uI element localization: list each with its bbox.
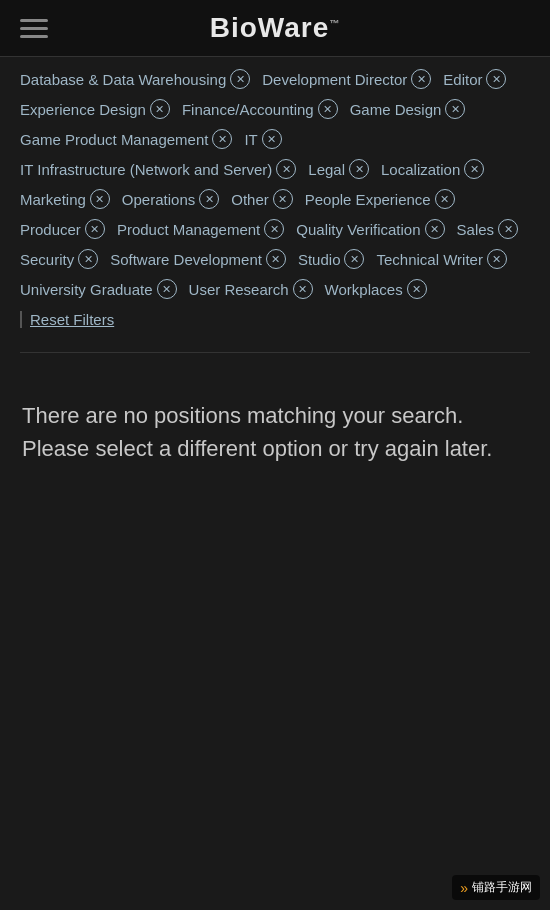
tag-workplaces-remove-btn[interactable]: ✕ [407, 279, 427, 299]
divider [20, 352, 530, 353]
tag-database-label: Database & Data Warehousing [20, 71, 226, 88]
tag-uni-grad-label: University Graduate [20, 281, 153, 298]
filters-tag-list: Database & Data Warehousing✕Development … [20, 69, 530, 299]
tag-sw-dev-label: Software Development [110, 251, 262, 268]
tag-sw-dev-remove-btn[interactable]: ✕ [266, 249, 286, 269]
tag-editor-label: Editor [443, 71, 482, 88]
tag-sw-dev[interactable]: Software Development✕ [110, 249, 286, 269]
tag-tech-writer[interactable]: Technical Writer✕ [376, 249, 506, 269]
tag-studio-label: Studio [298, 251, 341, 268]
tag-workplaces[interactable]: Workplaces✕ [325, 279, 427, 299]
tag-marketing[interactable]: Marketing✕ [20, 189, 110, 209]
tag-other[interactable]: Other✕ [231, 189, 293, 209]
tag-uni-grad-remove-btn[interactable]: ✕ [157, 279, 177, 299]
watermark-label: 铺路手游网 [472, 879, 532, 896]
watermark: » 铺路手游网 [452, 875, 540, 900]
tag-database[interactable]: Database & Data Warehousing✕ [20, 69, 250, 89]
hamburger-menu-button[interactable] [20, 19, 48, 38]
tag-producer-remove-btn[interactable]: ✕ [85, 219, 105, 239]
tag-editor[interactable]: Editor✕ [443, 69, 506, 89]
tag-legal-remove-btn[interactable]: ✕ [349, 159, 369, 179]
tag-user-research-label: User Research [189, 281, 289, 298]
tag-exp-design-remove-btn[interactable]: ✕ [150, 99, 170, 119]
tag-localization-remove-btn[interactable]: ✕ [464, 159, 484, 179]
no-results-section: There are no positions matching your sea… [0, 369, 550, 485]
tag-security[interactable]: Security✕ [20, 249, 98, 269]
tag-dev-director-label: Development Director [262, 71, 407, 88]
tag-tech-writer-remove-btn[interactable]: ✕ [487, 249, 507, 269]
tag-studio-remove-btn[interactable]: ✕ [344, 249, 364, 269]
tag-uni-grad[interactable]: University Graduate✕ [20, 279, 177, 299]
tag-other-remove-btn[interactable]: ✕ [273, 189, 293, 209]
tag-qv-remove-btn[interactable]: ✕ [425, 219, 445, 239]
tag-operations-remove-btn[interactable]: ✕ [199, 189, 219, 209]
tag-dev-director[interactable]: Development Director✕ [262, 69, 431, 89]
tag-marketing-label: Marketing [20, 191, 86, 208]
tag-marketing-remove-btn[interactable]: ✕ [90, 189, 110, 209]
site-logo: BioWare™ [210, 12, 341, 44]
tag-product-mgmt[interactable]: Product Management✕ [117, 219, 284, 239]
tag-user-research-remove-btn[interactable]: ✕ [293, 279, 313, 299]
tag-finance-remove-btn[interactable]: ✕ [318, 99, 338, 119]
no-results-message: There are no positions matching your sea… [22, 399, 528, 465]
filters-container: Database & Data Warehousing✕Development … [0, 57, 550, 307]
tag-localization[interactable]: Localization✕ [381, 159, 484, 179]
tag-exp-design[interactable]: Experience Design✕ [20, 99, 170, 119]
tag-finance-label: Finance/Accounting [182, 101, 314, 118]
tag-studio[interactable]: Studio✕ [298, 249, 365, 269]
tag-producer-label: Producer [20, 221, 81, 238]
tag-it-label: IT [244, 131, 257, 148]
tag-legal[interactable]: Legal✕ [308, 159, 369, 179]
tag-operations[interactable]: Operations✕ [122, 189, 219, 209]
tag-game-pm-remove-btn[interactable]: ✕ [212, 129, 232, 149]
tag-it[interactable]: IT✕ [244, 129, 281, 149]
header: BioWare™ [0, 0, 550, 57]
tag-tech-writer-label: Technical Writer [376, 251, 482, 268]
tag-product-mgmt-label: Product Management [117, 221, 260, 238]
tag-workplaces-label: Workplaces [325, 281, 403, 298]
tag-game-design-label: Game Design [350, 101, 442, 118]
tag-dev-director-remove-btn[interactable]: ✕ [411, 69, 431, 89]
tag-people-remove-btn[interactable]: ✕ [435, 189, 455, 209]
tag-it-infra[interactable]: IT Infrastructure (Network and Server)✕ [20, 159, 296, 179]
tag-operations-label: Operations [122, 191, 195, 208]
tag-game-pm[interactable]: Game Product Management✕ [20, 129, 232, 149]
tag-sales[interactable]: Sales✕ [457, 219, 519, 239]
tag-it-infra-label: IT Infrastructure (Network and Server) [20, 161, 272, 178]
tag-game-design-remove-btn[interactable]: ✕ [445, 99, 465, 119]
tag-producer[interactable]: Producer✕ [20, 219, 105, 239]
tag-legal-label: Legal [308, 161, 345, 178]
reset-filters-link[interactable]: Reset Filters [20, 311, 114, 328]
tag-user-research[interactable]: User Research✕ [189, 279, 313, 299]
chevron-icon: » [460, 880, 468, 896]
tag-product-mgmt-remove-btn[interactable]: ✕ [264, 219, 284, 239]
tag-editor-remove-btn[interactable]: ✕ [486, 69, 506, 89]
tag-game-pm-label: Game Product Management [20, 131, 208, 148]
tag-sales-remove-btn[interactable]: ✕ [498, 219, 518, 239]
tag-qv[interactable]: Quality Verification✕ [296, 219, 444, 239]
tag-security-label: Security [20, 251, 74, 268]
tag-people-label: People Experience [305, 191, 431, 208]
tag-sales-label: Sales [457, 221, 495, 238]
tag-localization-label: Localization [381, 161, 460, 178]
tag-exp-design-label: Experience Design [20, 101, 146, 118]
tag-qv-label: Quality Verification [296, 221, 420, 238]
tag-security-remove-btn[interactable]: ✕ [78, 249, 98, 269]
tag-database-remove-btn[interactable]: ✕ [230, 69, 250, 89]
hamburger-line-3 [20, 35, 48, 38]
tag-other-label: Other [231, 191, 269, 208]
hamburger-line-2 [20, 27, 48, 30]
tag-people[interactable]: People Experience✕ [305, 189, 455, 209]
tag-game-design[interactable]: Game Design✕ [350, 99, 466, 119]
tag-it-infra-remove-btn[interactable]: ✕ [276, 159, 296, 179]
tag-finance[interactable]: Finance/Accounting✕ [182, 99, 338, 119]
tag-it-remove-btn[interactable]: ✕ [262, 129, 282, 149]
hamburger-line-1 [20, 19, 48, 22]
